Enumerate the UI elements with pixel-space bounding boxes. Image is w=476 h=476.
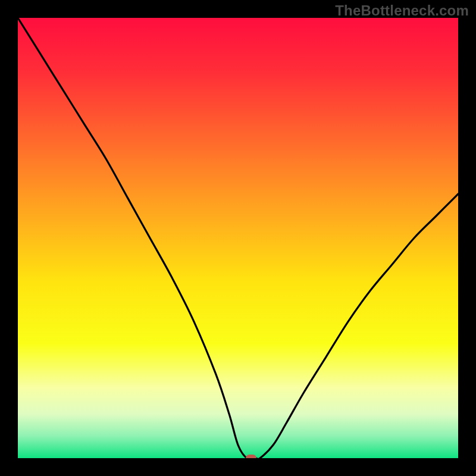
plot-area bbox=[18, 18, 458, 458]
optimal-point-marker bbox=[246, 455, 256, 458]
chart-frame: TheBottleneck.com bbox=[0, 0, 476, 476]
watermark-label: TheBottleneck.com bbox=[335, 2, 469, 19]
bottleneck-curve bbox=[18, 18, 458, 458]
